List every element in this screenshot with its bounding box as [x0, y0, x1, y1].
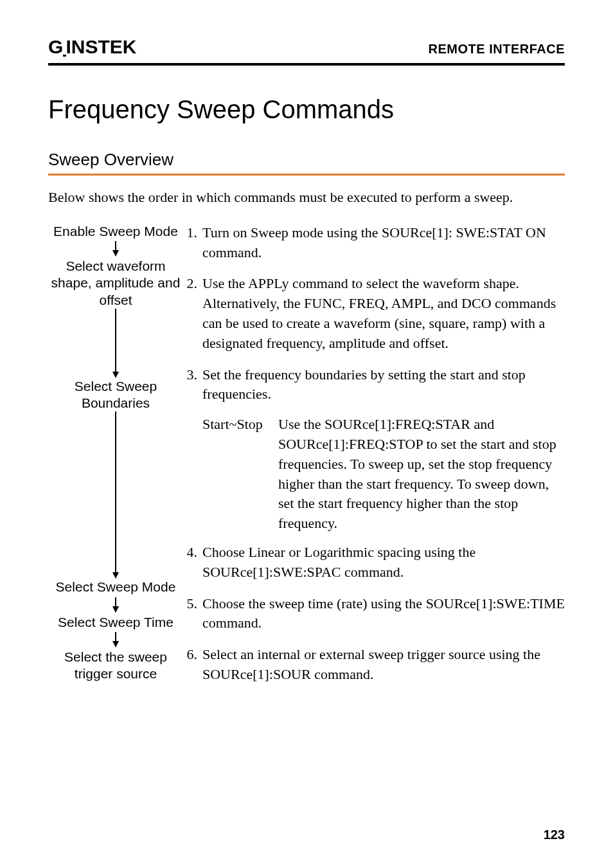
step-number: 3. [183, 365, 202, 534]
sub-row: Start~Stop Use the SOURce[1]:FREQ:STAR a… [202, 415, 565, 534]
flow-step-1: Enable Sweep Mode [48, 223, 183, 240]
flow-labels-column: Enable Sweep Mode Select waveform shape,… [48, 223, 183, 685]
section-name: REMOTE INTERFACE [429, 42, 565, 57]
sub-label: Start~Stop [202, 415, 278, 534]
step-number: 2. [183, 274, 202, 353]
step-number: 1. [183, 223, 202, 263]
page-title: Frequency Sweep Commands [48, 95, 565, 124]
list-item: 3. Set the frequency boundaries by setti… [183, 365, 565, 534]
step-text: Use the APPLy command to select the wave… [202, 274, 565, 353]
subtitle-rule [48, 174, 565, 176]
svg-marker-1 [112, 250, 119, 257]
flow-step-2: Select waveform shape, amplitude and off… [48, 258, 183, 309]
list-item: 4. Choose Linear or Logarithmic spacing … [183, 543, 565, 583]
flow-step-3: Select Sweep Boundaries [48, 378, 183, 412]
list-item: 2. Use the APPLy command to select the w… [183, 274, 565, 353]
arrow-down-icon [48, 597, 183, 613]
step-number: 4. [183, 543, 202, 583]
svg-marker-5 [112, 572, 119, 579]
step-text: Choose the sweep time (rate) using the S… [202, 594, 565, 634]
brand-logo: G INSTEK [48, 36, 137, 58]
list-item: 6. Select an internal or external sweep … [183, 645, 565, 685]
arrow-down-icon [48, 632, 183, 647]
flow-step-4: Select Sweep Mode [48, 579, 183, 595]
list-item: 1. Turn on Sweep mode using the SOURce[1… [183, 223, 565, 263]
flow-descriptions-column: 1. Turn on Sweep mode using the SOURce[1… [183, 223, 565, 685]
page-number: 123 [544, 827, 565, 842]
svg-marker-3 [112, 372, 119, 378]
step-number: 6. [183, 645, 202, 685]
list-item: 5. Choose the sweep time (rate) using th… [183, 594, 565, 634]
svg-marker-7 [112, 606, 119, 613]
arrow-down-icon [48, 309, 183, 378]
flow-step-6: Select the sweep trigger source [48, 649, 183, 683]
step-text: Select an internal or external sweep tri… [202, 645, 565, 685]
intro-paragraph: Below shows the order in which commands … [48, 187, 565, 208]
step-text: Turn on Sweep mode using the SOURce[1]: … [202, 223, 565, 263]
section-subtitle: Sweep Overview [48, 150, 565, 170]
step-text: Choose Linear or Logarithmic spacing usi… [202, 543, 565, 583]
step-number: 5. [183, 594, 202, 634]
arrow-down-icon [48, 241, 183, 257]
header-rule [48, 63, 565, 66]
svg-marker-9 [112, 641, 119, 647]
flow-container: Enable Sweep Mode Select waveform shape,… [48, 223, 565, 685]
step-text: Set the frequency boundaries by setting … [202, 365, 565, 405]
sub-body: Use the SOURce[1]:FREQ:STAR and SOURce[1… [278, 415, 565, 534]
arrow-down-icon [48, 411, 183, 579]
page-header: G INSTEK REMOTE INTERFACE [48, 36, 565, 62]
flow-step-5: Select Sweep Time [48, 614, 183, 631]
